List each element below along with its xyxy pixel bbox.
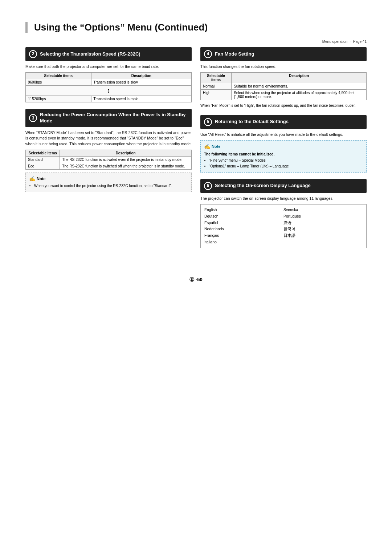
table-row: 115200bps Transmission speed is rapid. bbox=[26, 96, 192, 102]
section-6-num: 6 bbox=[204, 182, 212, 190]
section-3-body: When “STANDBY Mode” has been set to “Sta… bbox=[25, 130, 192, 147]
lang-item: English bbox=[204, 207, 283, 213]
section-3-note: ✍ Note When you want to control the proj… bbox=[25, 173, 192, 193]
table-cell-item: 115200bps bbox=[26, 96, 91, 102]
section-6-header: 6 Selecting the On-screen Display Langua… bbox=[200, 179, 367, 193]
section-2-num: 2 bbox=[29, 50, 37, 58]
note-list-5: “Fine Sync” menu – Special Modes “Option… bbox=[204, 158, 363, 169]
note-icon-5: ✍ bbox=[204, 143, 210, 150]
section-3-num: 3 bbox=[29, 114, 37, 122]
lang-item: Italiano bbox=[204, 239, 283, 246]
table-header-item: Selectable items bbox=[26, 150, 60, 156]
section-3-header: 3 Reducing the Power Consumption When th… bbox=[25, 109, 192, 127]
arrow-indicator: ↕ bbox=[26, 86, 192, 96]
lang-col-2: Svenska Português 汉语 한국어 日本語 bbox=[283, 207, 363, 246]
section-4-header: 4 Fan Mode Setting bbox=[200, 47, 367, 61]
section-4-footnote: When “Fan Mode” is set to “High”, the fa… bbox=[200, 103, 367, 109]
section-5-body: Use “All Reset” to initialize all the ad… bbox=[200, 132, 367, 137]
section-2-header: 2 Selecting the Transmission Speed (RS-2… bbox=[25, 47, 192, 61]
table-cell-item: Normal bbox=[201, 83, 232, 90]
section-6-title: Selecting the On-screen Display Language bbox=[215, 183, 311, 189]
section-4: 4 Fan Mode Setting This function changes… bbox=[200, 47, 367, 109]
page-footer: Ⓔ -50 bbox=[25, 276, 367, 283]
section-2-table: Selectable items Description 9600bps Tra… bbox=[25, 72, 192, 102]
table-row: Standard The RS-232C function is activat… bbox=[26, 156, 192, 163]
section-4-intro: This function changes the fan rotation s… bbox=[200, 64, 367, 69]
table-cell-desc: Select this when using the projector at … bbox=[232, 90, 367, 100]
table-cell-item: High bbox=[201, 90, 232, 100]
lang-item: 汉语 bbox=[283, 220, 363, 226]
section-2: 2 Selecting the Transmission Speed (RS-2… bbox=[25, 47, 192, 102]
lang-item: Deutsch bbox=[204, 213, 283, 220]
section-6: 6 Selecting the On-screen Display Langua… bbox=[200, 179, 367, 248]
note-title: ✍ Note bbox=[29, 175, 188, 183]
note-bold-line: The following items cannot be initialize… bbox=[204, 152, 363, 157]
table-cell-item: Standard bbox=[26, 156, 60, 163]
lang-item: 日本語 bbox=[283, 232, 363, 239]
note-label: Note bbox=[37, 176, 45, 182]
section-3: 3 Reducing the Power Consumption When th… bbox=[25, 109, 192, 192]
table-cell-item: 9600bps bbox=[26, 79, 91, 86]
page-title: Using the “Options” Menu (Continued) bbox=[25, 22, 367, 33]
section-3-title: Reducing the Power Consumption When the … bbox=[40, 112, 188, 124]
note-item-5-0: “Fine Sync” menu – Special Modes bbox=[209, 158, 363, 163]
section-3-table: Selectable items Description Standard Th… bbox=[25, 150, 192, 170]
lang-item: Nederlands bbox=[204, 226, 283, 232]
section-5-title: Returning to the Default Settings bbox=[215, 119, 289, 125]
lang-item: Français bbox=[204, 232, 283, 239]
table-header-item: Selectable items bbox=[26, 73, 91, 79]
section-4-table: Selectable items Description Normal Suit… bbox=[200, 72, 367, 100]
lang-item: 한국어 bbox=[283, 226, 363, 232]
table-cell-desc: Suitable for normal environments. bbox=[232, 83, 367, 90]
note-list: When you want to control the projector u… bbox=[29, 183, 188, 189]
note-label-5: Note bbox=[212, 144, 220, 149]
section-5: 5 Returning to the Default Settings Use … bbox=[200, 115, 367, 173]
section-4-num: 4 bbox=[204, 50, 212, 58]
table-row-arrow: ↕ bbox=[26, 86, 192, 96]
menu-op-ref: Menu operation → Page 41 bbox=[25, 40, 367, 44]
note-icon: ✍ bbox=[29, 175, 35, 183]
table-cell-desc: Transmission speed is rapid. bbox=[91, 96, 191, 102]
section-5-header: 5 Returning to the Default Settings bbox=[200, 115, 367, 129]
table-header-item: Selectable items bbox=[201, 73, 232, 83]
table-row: High Select this when using the projecto… bbox=[201, 90, 367, 100]
lang-item: Português bbox=[283, 213, 363, 220]
section-2-intro: Make sure that both the projector and co… bbox=[25, 64, 192, 69]
lang-item: Svenska bbox=[283, 207, 363, 213]
note-item-5-1: “Options1” menu – Lamp Timer (Life) – La… bbox=[209, 164, 363, 169]
section-5-num: 5 bbox=[204, 118, 212, 126]
section-2-title: Selecting the Transmission Speed (RS-232… bbox=[40, 51, 140, 57]
table-cell-desc: The RS-232C function is activated even i… bbox=[60, 156, 192, 163]
lang-col-1: English Deutsch Español Nederlands Franç… bbox=[204, 207, 283, 246]
table-cell-desc: The RS-232C function is switched off whe… bbox=[60, 163, 192, 169]
table-cell-item: Eco bbox=[26, 163, 60, 169]
table-header-desc: Description bbox=[60, 150, 192, 156]
note-item: When you want to control the projector u… bbox=[34, 183, 188, 189]
table-row: Eco The RS-232C function is switched off… bbox=[26, 163, 192, 169]
table-row: 9600bps Transmission speed is slow. bbox=[26, 79, 192, 86]
table-row: Normal Suitable for normal environments. bbox=[201, 83, 367, 90]
lang-item: Español bbox=[204, 220, 283, 226]
table-header-desc: Description bbox=[91, 73, 191, 79]
note-title-5: ✍ Note bbox=[204, 143, 363, 150]
table-header-desc: Description bbox=[232, 73, 367, 83]
section-5-note: ✍ Note The following items cannot be ini… bbox=[200, 140, 367, 173]
language-grid: English Deutsch Español Nederlands Franç… bbox=[200, 204, 367, 248]
table-cell-desc: Transmission speed is slow. bbox=[91, 79, 191, 86]
section-4-title: Fan Mode Setting bbox=[215, 51, 254, 57]
section-6-body: The projector can switch the on-screen d… bbox=[200, 196, 367, 201]
